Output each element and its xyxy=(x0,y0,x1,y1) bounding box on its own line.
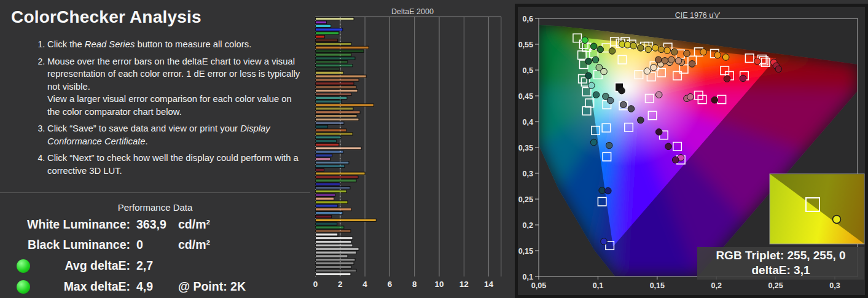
white-luminance-value: 363,9 xyxy=(136,218,166,232)
tooltip-deltae: deltaE: 3,1 xyxy=(697,263,864,278)
black-luminance-unit: cd/m² xyxy=(178,238,210,252)
svg-text:8: 8 xyxy=(412,280,417,289)
svg-text:2: 2 xyxy=(338,280,343,289)
white-luminance-label: White Luminance: xyxy=(0,218,130,232)
instruction-item-1: Click the Read Series button to measure … xyxy=(47,38,306,51)
svg-text:0,4: 0,4 xyxy=(523,118,533,127)
black-luminance-label: Black Luminance: xyxy=(0,238,130,252)
cie-diagram-panel: CIE 1976 u'v' 0,60,550,50,450,40,350,30,… xyxy=(515,4,868,298)
svg-text:0,45: 0,45 xyxy=(518,92,533,101)
avg-deltae-row: Avg deltaE: 2,7 xyxy=(0,259,310,276)
avg-deltae-value: 2,7 xyxy=(136,259,153,273)
deltae-bar-chart[interactable]: 02468101214 xyxy=(310,0,515,298)
svg-text:0,35: 0,35 xyxy=(518,144,533,152)
deltae-chart-panel: DeltaE 2000 02468101214 xyxy=(310,0,515,298)
svg-text:0,55: 0,55 xyxy=(518,41,533,49)
max-deltae-label: Max deltaE: xyxy=(0,280,130,294)
svg-text:10: 10 xyxy=(434,280,444,289)
svg-text:0,25: 0,25 xyxy=(518,195,533,204)
section-divider xyxy=(0,192,310,193)
black-luminance-row: Black Luminance: 0 cd/m² xyxy=(0,238,310,255)
svg-text:0,5: 0,5 xyxy=(523,66,533,75)
svg-text:0,15: 0,15 xyxy=(650,281,665,290)
performance-header: Performance Data xyxy=(0,202,310,213)
instruction-item-2: Mouse over the error bars on the deltaE … xyxy=(47,55,306,119)
tooltip-rgb-triplet: RGB Triplet: 255, 255, 0 xyxy=(697,248,864,263)
info-panel: ColorChecker Analysis Click the Read Ser… xyxy=(0,0,310,298)
svg-text:0,1: 0,1 xyxy=(523,273,533,281)
svg-text:6: 6 xyxy=(388,280,393,289)
page-title: ColorChecker Analysis xyxy=(0,0,310,27)
instructions-list: Click the Read Series button to measure … xyxy=(0,38,306,177)
svg-text:0,15: 0,15 xyxy=(518,247,533,256)
svg-text:0,25: 0,25 xyxy=(768,281,783,290)
svg-text:0: 0 xyxy=(313,280,318,289)
white-luminance-row: White Luminance: 363,9 cd/m² xyxy=(0,218,310,235)
svg-text:12: 12 xyxy=(459,280,469,289)
svg-text:0,2: 0,2 xyxy=(711,281,722,290)
white-luminance-unit: cd/m² xyxy=(178,218,210,232)
svg-text:0,3: 0,3 xyxy=(523,170,533,178)
svg-text:14: 14 xyxy=(484,280,494,289)
svg-text:0,6: 0,6 xyxy=(523,15,533,23)
svg-text:4: 4 xyxy=(362,280,367,289)
svg-text:0,2: 0,2 xyxy=(523,221,533,230)
black-luminance-value: 0 xyxy=(136,238,143,252)
avg-deltae-label: Avg deltaE: xyxy=(0,259,130,273)
max-deltae-value: 4,9 xyxy=(136,280,153,294)
instruction-item-3: Click “Save” to save data and view or pr… xyxy=(47,122,306,147)
svg-text:0,1: 0,1 xyxy=(593,281,603,290)
max-deltae-point: @ Point: 2K xyxy=(178,280,246,294)
svg-text:0,3: 0,3 xyxy=(829,281,840,290)
max-deltae-row: Max deltaE: 4,9 @ Point: 2K xyxy=(0,280,310,297)
svg-text:0,05: 0,05 xyxy=(531,281,546,290)
patch-tooltip: RGB Triplet: 255, 255, 0 deltaE: 3,1 xyxy=(697,247,864,280)
instruction-item-4: Click “Next” to check how well the displ… xyxy=(47,152,306,177)
colorchecker-analysis-screen: ColorChecker Analysis Click the Read Ser… xyxy=(0,0,868,298)
